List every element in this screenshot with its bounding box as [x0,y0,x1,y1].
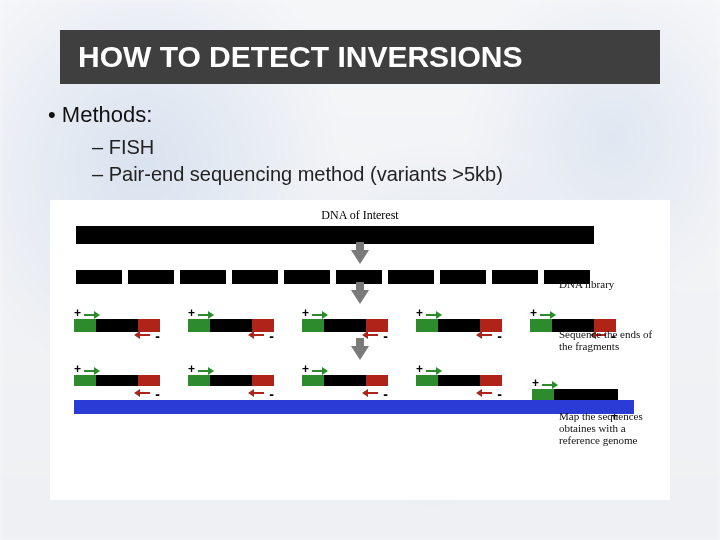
bullet-methods: Methods: [40,102,680,128]
sequenced-fragment: + - [416,310,502,340]
fragment [388,270,434,284]
arrow-down-icon [351,346,369,360]
mapped-fragment: + - [74,366,160,396]
sequenced-fragment: + - [302,310,388,340]
mapped-fragment: + - [302,366,388,396]
dna-library-label: DNA library [559,278,664,290]
plus-strand-label: + [74,306,81,320]
slide-title: HOW TO DETECT INVERSIONS [60,30,660,84]
reference-genome-bar [74,400,634,414]
fragment [76,270,122,284]
slide-content: HOW TO DETECT INVERSIONS Methods: FISH P… [0,0,720,540]
minus-strand-label: - [155,328,160,344]
pairend-diagram: DNA of Interest DNA library + - [50,200,670,500]
arrow-down-icon [351,290,369,304]
map-reference-label: Map the sequences obtaines with a refere… [559,410,664,446]
fragment [284,270,330,284]
bullet-fish: FISH [40,136,680,159]
sequenced-fragment: + - [188,310,274,340]
arrow-down-icon [351,250,369,264]
fragment [128,270,174,284]
reverse-primer-arrow-icon [134,331,150,339]
bullet-pairend: Pair-end sequencing method (variants >5k… [40,163,680,186]
sequenced-fragment: + - [74,310,160,340]
mapped-fragment: + - [188,366,274,396]
fragment [440,270,486,284]
dna-bar [76,226,594,244]
mapped-fragment: + - [416,366,502,396]
fragment [492,270,538,284]
dna-of-interest-label: DNA of Interest [56,208,664,223]
forward-primer-arrow-icon [84,311,100,319]
sequence-ends-label: Sequence the ends of the fragments [559,328,664,352]
fragment [232,270,278,284]
fragment [180,270,226,284]
